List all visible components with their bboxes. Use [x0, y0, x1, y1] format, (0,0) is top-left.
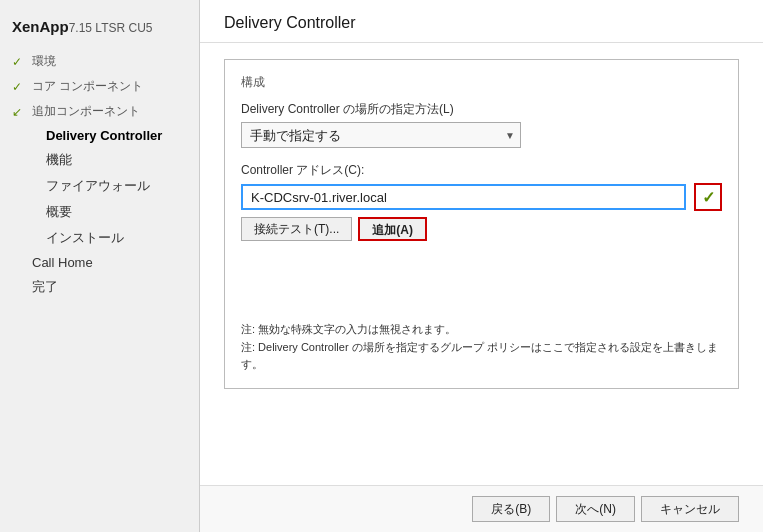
next-button[interactable]: 次へ(N) [556, 496, 635, 522]
sidebar: XenApp7.15 LTSR CU5 環境 コア コンポーネント 追加コンポー… [0, 0, 200, 532]
footer: 戻る(B) 次へ(N) キャンセル [200, 485, 763, 532]
address-section: Controller アドレス(C): ✓ 接続テスト(T)... 追加(A) [241, 162, 722, 241]
check-badge: ✓ [694, 183, 722, 211]
sidebar-item-install[interactable]: インストール [0, 225, 199, 251]
sidebar-item-callhome[interactable]: Call Home [0, 251, 199, 274]
checkmark-icon: ✓ [702, 188, 715, 207]
app-header: XenApp7.15 LTSR CU5 [0, 10, 199, 49]
notes-section: 注: 無効な特殊文字の入力は無視されます。 注: Delivery Contro… [241, 321, 722, 374]
sidebar-item-additional[interactable]: 追加コンポーネント [0, 99, 199, 124]
dropdown-label: Delivery Controller の場所の指定方法(L) [241, 101, 722, 118]
back-button[interactable]: 戻る(B) [472, 496, 550, 522]
main-body: 構成 Delivery Controller の場所の指定方法(L) 手動で指定… [200, 43, 763, 485]
app-version: 7.15 LTSR CU5 [69, 21, 153, 35]
note-1: 注: 無効な特殊文字の入力は無視されます。 [241, 321, 722, 339]
location-method-select[interactable]: 手動で指定する [241, 122, 521, 148]
app-name-xen: XenApp [12, 18, 69, 35]
sidebar-item-done[interactable]: 完了 [0, 274, 199, 300]
sidebar-item-firewall[interactable]: ファイアウォール [0, 173, 199, 199]
sidebar-item-features[interactable]: 機能 [0, 147, 199, 173]
dropdown-wrapper: 手動で指定する ▼ [241, 122, 521, 148]
add-button[interactable]: 追加(A) [358, 217, 427, 241]
config-section: 構成 Delivery Controller の場所の指定方法(L) 手動で指定… [224, 59, 739, 389]
button-row: 接続テスト(T)... 追加(A) [241, 217, 722, 241]
main-content: Delivery Controller 構成 Delivery Controll… [200, 0, 763, 532]
section-title: 構成 [241, 74, 722, 91]
sidebar-item-core[interactable]: コア コンポーネント [0, 74, 199, 99]
test-connection-button[interactable]: 接続テスト(T)... [241, 217, 352, 241]
address-label: Controller アドレス(C): [241, 162, 722, 179]
sidebar-item-summary[interactable]: 概要 [0, 199, 199, 225]
sidebar-item-delivery-controller[interactable]: Delivery Controller [0, 124, 199, 147]
address-row: ✓ [241, 183, 722, 211]
sidebar-item-env[interactable]: 環境 [0, 49, 199, 74]
page-title: Delivery Controller [200, 0, 763, 43]
cancel-button[interactable]: キャンセル [641, 496, 739, 522]
address-input[interactable] [241, 184, 686, 210]
note-2: 注: Delivery Controller の場所を指定するグループ ポリシー… [241, 339, 722, 374]
